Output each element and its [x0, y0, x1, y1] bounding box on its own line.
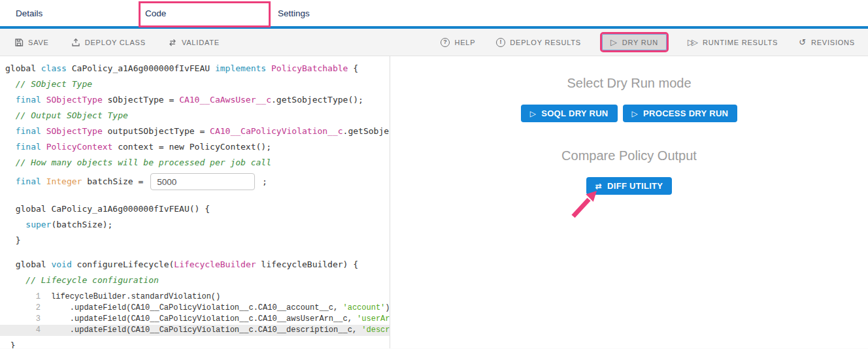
history-icon: ↺: [799, 38, 807, 46]
diff-button-row: ⇄DIFF UTILITY: [390, 177, 868, 195]
toolbar-left-group: SAVEDEPLOY CLASSVALIDATE: [14, 38, 220, 47]
diff-utility-button[interactable]: ⇄DIFF UTILITY: [586, 177, 673, 195]
code-line: final Integer batchSize = ;: [5, 171, 390, 193]
process-dry-run-button[interactable]: ▷PROCESS DRY RUN: [623, 105, 738, 122]
soql-dry-run-button[interactable]: ▷SOQL DRY RUN: [521, 105, 618, 122]
editor-line[interactable]: 3 .updateField(CA10__CaPolicyViolation__…: [0, 314, 390, 325]
play-icon: ▷: [610, 38, 618, 46]
diff-utility-label: DIFF UTILITY: [607, 181, 663, 191]
code-bottom-lines: }: [5, 338, 390, 348]
code-line: [5, 248, 390, 257]
code-line: super(batchSize);: [5, 217, 390, 233]
code-line: }: [5, 338, 390, 348]
deploy-class-icon: [71, 38, 80, 47]
runtime-results-button[interactable]: ▷▷RUNTIME RESULTS: [688, 38, 778, 46]
dry-run-panel: Select Dry Run mode ▷SOQL DRY RUN▷PROCES…: [390, 56, 868, 348]
editor-line-number: 4: [0, 325, 46, 336]
editor-line[interactable]: 1lifecycleBuilder.standardViolation(): [0, 291, 390, 303]
editor-line-number: 1: [0, 291, 46, 303]
code-line: final SObjectType outputSObjectType = CA…: [5, 124, 390, 139]
validate-icon: [168, 38, 177, 47]
embedded-code-editor[interactable]: 1lifecycleBuilder.standardViolation()2 .…: [0, 291, 390, 336]
editor-line[interactable]: 2 .updateField(CA10__CaPolicyViolation__…: [0, 303, 390, 314]
deploy-results-icon: !: [496, 37, 505, 47]
revisions-button[interactable]: ↺REVISIONS: [799, 38, 855, 46]
runtime-results-label: RUNTIME RESULTS: [703, 39, 778, 46]
help-button[interactable]: ?HELP: [441, 37, 475, 47]
tab-details[interactable]: Details: [0, 0, 139, 26]
tab-code[interactable]: Code: [139, 0, 271, 26]
editor-line[interactable]: 4 .updateField(CA10__CaPolicyViolation__…: [0, 325, 390, 336]
code-line: }: [5, 233, 390, 248]
tab-settings[interactable]: Settings: [271, 0, 404, 26]
revisions-label: REVISIONS: [811, 39, 855, 46]
swap-icon: ⇄: [595, 181, 602, 191]
process-dry-run-label: PROCESS DRY RUN: [643, 108, 728, 118]
deploy-class-button[interactable]: DEPLOY CLASS: [71, 38, 146, 47]
code-line: global void configureLifecycle(Lifecycle…: [5, 257, 390, 273]
dry-run-label: DRY RUN: [622, 39, 658, 46]
code-line: global CaPolicy_a1A6g000000fIvFEAU() {: [5, 201, 390, 217]
save-button[interactable]: SAVE: [14, 38, 49, 47]
code-top-lines: global class CaPolicy_a1A6g000000fIvFEAU…: [5, 61, 390, 288]
code-line: final PolicyContext context = new Policy…: [5, 139, 390, 155]
deploy-results-label: DEPLOY RESULTS: [510, 39, 581, 46]
play-icon: ▷: [632, 108, 639, 118]
editor-line-number: 3: [0, 314, 46, 325]
fast-forward-icon: ▷▷: [688, 38, 698, 46]
dry-run-button[interactable]: ▷DRY RUN: [602, 34, 667, 50]
soql-dry-run-label: SOQL DRY RUN: [541, 108, 608, 118]
validate-label: VALIDATE: [182, 39, 220, 46]
toolbar: SAVEDEPLOY CLASSVALIDATE ?HELP!DEPLOY RE…: [0, 29, 868, 56]
help-label: HELP: [454, 39, 475, 46]
code-line: // How many objects will be processed pe…: [5, 155, 390, 171]
dry-run-button-row: ▷SOQL DRY RUN▷PROCESS DRY RUN: [390, 105, 868, 122]
deploy-class-label: DEPLOY CLASS: [85, 39, 146, 46]
code-line: // Output SObject Type: [5, 108, 390, 124]
save-label: SAVE: [28, 39, 49, 46]
play-icon: ▷: [530, 108, 537, 118]
deploy-results-button[interactable]: !DEPLOY RESULTS: [496, 37, 581, 47]
code-line: // SObject Type: [5, 76, 390, 92]
validate-button[interactable]: VALIDATE: [168, 38, 220, 47]
code-line: final SObjectType sObjectType = CA10__Ca…: [5, 92, 390, 108]
dry-run-heading: Select Dry Run mode: [390, 76, 868, 91]
compare-heading: Compare Policy Output: [390, 148, 868, 163]
toolbar-right-group: ?HELP!DEPLOY RESULTS▷DRY RUN▷▷RUNTIME RE…: [441, 34, 855, 50]
save-icon: [14, 38, 24, 47]
main-content: global class CaPolicy_a1A6g000000fIvFEAU…: [0, 56, 868, 348]
code-line: // Lifecycle configuration: [5, 273, 390, 288]
editor-line-number: 2: [0, 303, 46, 314]
code-panel: global class CaPolicy_a1A6g000000fIvFEAU…: [0, 56, 390, 348]
code-line: global class CaPolicy_a1A6g000000fIvFEAU…: [5, 61, 390, 76]
help-icon: ?: [441, 37, 450, 47]
tab-bar: DetailsCodeSettings: [0, 0, 868, 26]
batch-size-input[interactable]: [150, 173, 255, 190]
code-line: [5, 193, 390, 201]
